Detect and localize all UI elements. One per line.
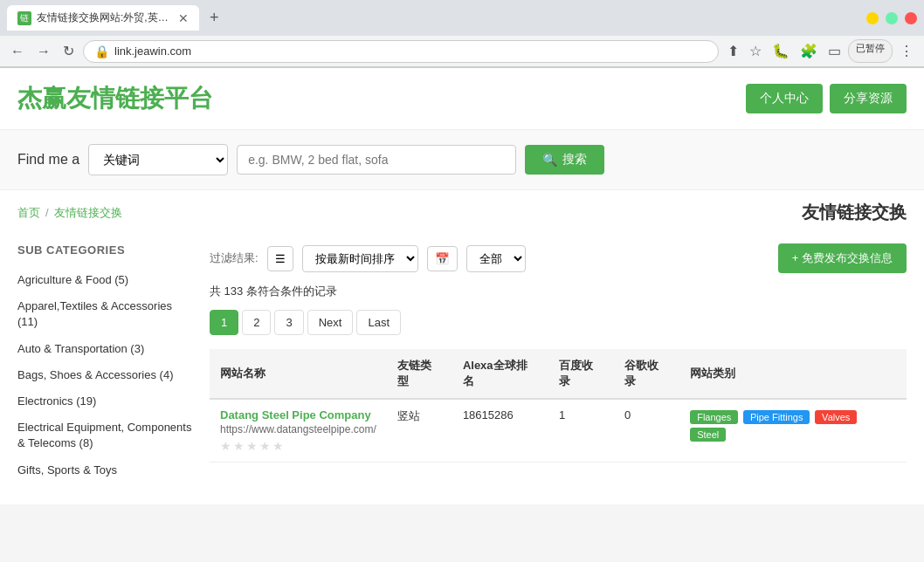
- sidebar-item-apparel[interactable]: Apparel,Textiles & Accessories (11): [17, 293, 192, 335]
- site-name-link[interactable]: Datang Steel Pipe Company: [220, 408, 371, 422]
- page-title: 友情链接交换: [802, 201, 907, 224]
- sidebar-item-gifts[interactable]: Gifts, Sports & Toys: [17, 457, 192, 483]
- sort-select[interactable]: 按最新时间排序: [302, 245, 418, 272]
- extension-icon1[interactable]: 🐛: [769, 39, 793, 63]
- url-text: link.jeawin.com: [114, 45, 707, 58]
- col-header-category: 网站类别: [679, 349, 907, 399]
- page-content: 杰赢友情链接平台 个人中心 分享资源 Find me a 关键词 🔍 搜索 首页…: [0, 68, 924, 504]
- last-button[interactable]: Last: [356, 310, 401, 335]
- cell-baidu: 1: [548, 399, 614, 463]
- window-controls: [866, 12, 917, 24]
- breadcrumb-home[interactable]: 首页: [17, 205, 40, 221]
- browser-tab[interactable]: 链 友情链接交换网站:外贸,英文,谷... ✕: [7, 5, 199, 31]
- header-buttons: 个人中心 分享资源: [746, 84, 907, 113]
- cell-google: 0: [614, 399, 679, 463]
- filter-icon-button[interactable]: ☰: [267, 246, 293, 271]
- col-header-name: 网站名称: [210, 349, 387, 399]
- page-button-2[interactable]: 2: [242, 310, 271, 335]
- lock-icon: 🔒: [94, 45, 109, 58]
- table-body: Datang Steel Pipe Company https://www.da…: [210, 399, 907, 463]
- minimize-button[interactable]: [866, 12, 879, 24]
- page-button-3[interactable]: 3: [274, 310, 303, 335]
- table-header: 网站名称 友链类型 Alexa全球排名 百度收录 谷歌收录 网站类别: [210, 349, 907, 399]
- share-resources-button[interactable]: 分享资源: [830, 84, 907, 113]
- star-2: ★: [233, 439, 245, 453]
- search-bar: Find me a 关键词 🔍 搜索: [0, 130, 924, 190]
- personal-center-button[interactable]: 个人中心: [746, 84, 823, 113]
- sidebar-item-electronics[interactable]: Electronics (19): [17, 388, 192, 415]
- breadcrumb-current: 友情链接交换: [54, 205, 122, 221]
- publish-button[interactable]: + 免费发布交换信息: [778, 243, 907, 273]
- page-button-1[interactable]: 1: [210, 310, 238, 335]
- find-label: Find me a: [17, 152, 79, 168]
- col-header-baidu: 百度收录: [548, 349, 614, 399]
- back-button[interactable]: ←: [7, 40, 28, 63]
- close-button[interactable]: [905, 12, 917, 24]
- forward-button[interactable]: →: [33, 40, 54, 63]
- browser-titlebar: 链 友情链接交换网站:外贸,英文,谷... ✕ +: [0, 0, 924, 36]
- breadcrumb-separator: /: [45, 206, 49, 219]
- filter-bar: 过滤结果: ☰ 按最新时间排序 📅 全部 + 免费发布交换信息: [210, 235, 907, 273]
- address-bar[interactable]: 🔒 link.jeawin.com: [83, 40, 719, 63]
- cell-site-name: Datang Steel Pipe Company https://www.da…: [210, 399, 387, 463]
- calendar-button[interactable]: 📅: [427, 246, 458, 271]
- menu-icon[interactable]: ⋮: [896, 39, 917, 63]
- sidebar-item-auto[interactable]: Auto & Transportation (3): [17, 336, 192, 362]
- keyword-select[interactable]: 关键词: [88, 144, 228, 175]
- site-logo: 杰赢友情链接平台: [17, 82, 213, 115]
- search-button[interactable]: 🔍 搜索: [525, 145, 604, 175]
- data-table: 网站名称 友链类型 Alexa全球排名 百度收录 谷歌收录 网站类别 Datan…: [210, 349, 907, 463]
- col-header-alexa: Alexa全球排名: [452, 349, 548, 399]
- browser-chrome: 链 友情链接交换网站:外贸,英文,谷... ✕ + ← → ↻ 🔒 link.j…: [0, 0, 924, 68]
- new-tab-button[interactable]: +: [203, 5, 226, 31]
- bookmark-icon[interactable]: ☆: [746, 39, 765, 63]
- table-row: Datang Steel Pipe Company https://www.da…: [210, 399, 907, 463]
- tag-steel[interactable]: Steel: [690, 428, 726, 442]
- star-1: ★: [220, 439, 231, 453]
- tag-pipe-fittings[interactable]: Pipe Fittings: [743, 410, 810, 424]
- star-rating: ★ ★ ★ ★ ★: [220, 439, 376, 453]
- share-icon[interactable]: ⬆: [724, 39, 742, 63]
- cell-tags: Flanges Pipe Fittings Valves Steel: [679, 399, 907, 463]
- toolbar-icons: ⬆ ☆ 🐛 🧩 ▭ 已暂停 ⋮: [724, 39, 917, 63]
- tab-label: 友情链接交换网站:外贸,英文,谷...: [37, 10, 173, 25]
- result-count: 共 133 条符合条件的记录: [210, 284, 907, 299]
- sidebar-item-bags[interactable]: Bags, Shoes & Accessories (4): [17, 362, 192, 388]
- site-url: https://www.datangsteelpipe.com/: [220, 423, 376, 435]
- tab-close-icon[interactable]: ✕: [178, 11, 189, 25]
- filter-label: 过滤结果:: [210, 250, 259, 266]
- extension-icon2[interactable]: 🧩: [796, 39, 821, 63]
- tab-icon: 链: [17, 11, 31, 25]
- star-5: ★: [272, 439, 284, 453]
- tag-valves[interactable]: Valves: [815, 410, 857, 424]
- search-input[interactable]: [237, 145, 516, 175]
- cell-alexa: 18615286: [452, 399, 548, 463]
- content-area: 过滤结果: ☰ 按最新时间排序 📅 全部 + 免费发布交换信息 共 133 条符…: [210, 235, 907, 483]
- date-select[interactable]: 全部: [466, 245, 526, 272]
- col-header-google: 谷歌收录: [614, 349, 679, 399]
- star-4: ★: [259, 439, 271, 453]
- tag-flanges[interactable]: Flanges: [690, 410, 738, 424]
- main-content: SUB CATEGORIES Agriculture & Food (5) Ap…: [0, 235, 924, 501]
- reload-button[interactable]: ↻: [59, 39, 78, 63]
- page-header: 杰赢友情链接平台 个人中心 分享资源: [0, 68, 924, 130]
- paused-badge: 已暂停: [848, 39, 893, 63]
- cell-link-type: 竖站: [387, 399, 452, 463]
- cast-icon[interactable]: ▭: [824, 39, 845, 63]
- next-button[interactable]: Next: [307, 310, 354, 335]
- sidebar: SUB CATEGORIES Agriculture & Food (5) Ap…: [17, 235, 192, 483]
- browser-toolbar: ← → ↻ 🔒 link.jeawin.com ⬆ ☆ 🐛 🧩 ▭ 已暂停 ⋮: [0, 36, 924, 67]
- breadcrumb-left: 首页 / 友情链接交换: [17, 205, 122, 221]
- star-3: ★: [246, 439, 258, 453]
- pagination: 1 2 3 Next Last: [210, 310, 907, 335]
- sidebar-item-electrical[interactable]: Electrical Equipment, Components & Telec…: [17, 415, 192, 456]
- search-icon: 🔍: [542, 153, 557, 167]
- maximize-button[interactable]: [886, 12, 898, 24]
- sidebar-item-agriculture[interactable]: Agriculture & Food (5): [17, 267, 192, 293]
- breadcrumb: 首页 / 友情链接交换 友情链接交换: [0, 190, 924, 235]
- col-header-type: 友链类型: [387, 349, 452, 399]
- sidebar-title: SUB CATEGORIES: [17, 243, 192, 257]
